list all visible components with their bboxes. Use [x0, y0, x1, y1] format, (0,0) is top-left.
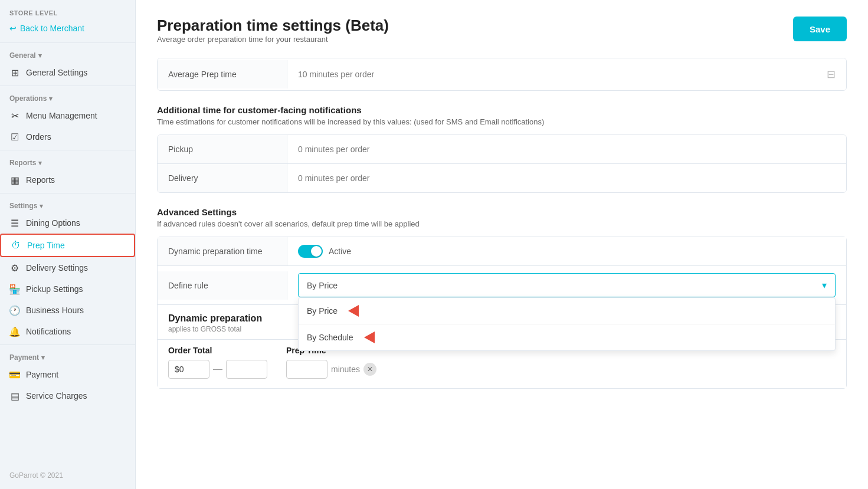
chevron-down-icon: ▾	[40, 202, 43, 210]
sidebar-item-service-charges[interactable]: ▤ Service Charges	[0, 385, 135, 406]
chevron-down-icon: ▾	[38, 159, 42, 167]
additional-section-title: Additional time for customer-facing noti…	[157, 105, 847, 115]
pickup-label: Pickup	[158, 135, 287, 163]
sidebar-item-orders[interactable]: ☑ Orders	[0, 126, 135, 147]
sidebar-item-label: Reports	[26, 175, 55, 185]
pickup-icon: 🏪	[9, 284, 20, 294]
sidebar-item-dining-options[interactable]: ☰ Dining Options	[0, 212, 135, 234]
main-content: Preparation time settings (Beta) Average…	[136, 0, 868, 489]
section-payment-label: Payment	[9, 353, 39, 362]
chart-icon: ▦	[9, 175, 20, 185]
bell-icon: 🔔	[9, 326, 20, 337]
sidebar-item-prep-time[interactable]: ⏱ Prep Time	[0, 234, 135, 257]
section-settings: Settings ▾	[0, 196, 135, 212]
delivery-value-text: 0 minutes per order	[298, 173, 369, 183]
avg-prep-row: Average Prep time 10 minutes per order ⊟	[158, 58, 846, 90]
page-header: Preparation time settings (Beta) Average…	[157, 17, 389, 54]
sidebar-item-menu-management[interactable]: ✂ Menu Management	[0, 105, 135, 126]
chevron-down-icon: ▾	[49, 95, 53, 103]
section-settings-label: Settings	[9, 202, 37, 210]
dynamic-prep-row: Dynamic preparation time Active	[158, 237, 846, 266]
arrow-by-schedule	[364, 332, 375, 343]
sidebar-item-label: Prep Time	[27, 241, 65, 250]
section-operations: Operations ▾	[0, 88, 135, 105]
chevron-down-icon: ▾	[38, 52, 42, 60]
sidebar-item-label: Delivery Settings	[26, 263, 88, 273]
order-total-input-group: —	[168, 360, 267, 379]
dash-separator: —	[213, 364, 222, 375]
sidebar-item-label: Menu Management	[26, 111, 97, 120]
active-label: Active	[329, 247, 351, 256]
sidebar-item-business-hours[interactable]: 🕐 Business Hours	[0, 300, 135, 321]
order-total-col: Order Total —	[168, 346, 267, 379]
dropdown-selected[interactable]: By Price ▾	[298, 273, 836, 297]
advanced-section-title: Advanced Settings	[157, 207, 847, 217]
sidebar-item-label: Orders	[26, 132, 51, 142]
section-reports-label: Reports	[9, 159, 36, 167]
clock-icon: ⏱	[11, 240, 21, 251]
dollar-input[interactable]	[168, 360, 209, 379]
sidebar-item-reports[interactable]: ▦ Reports	[0, 169, 135, 191]
pickup-value: 0 minutes per order	[287, 135, 846, 163]
sidebar-item-notifications[interactable]: 🔔 Notifications	[0, 321, 135, 342]
section-general: General ▾	[0, 45, 135, 62]
sidebar-item-label: General Settings	[26, 68, 87, 77]
range-input[interactable]	[226, 360, 267, 379]
delivery-label: Delivery	[158, 164, 287, 192]
chevron-down-icon: ▾	[822, 280, 827, 291]
save-button[interactable]: Save	[793, 17, 847, 41]
dynamic-prep-toggle[interactable]	[298, 245, 323, 258]
sidebar: Store Level ↩ Back to Merchant General ▾…	[0, 0, 136, 489]
chevron-down-icon: ▾	[41, 354, 45, 362]
advanced-table: Dynamic preparation time Active Define r…	[157, 237, 847, 389]
dynamic-prep-value: Active	[287, 238, 846, 265]
sidebar-item-pickup-settings[interactable]: 🏪 Pickup Settings	[0, 278, 135, 300]
delivery-value: 0 minutes per order	[287, 164, 846, 192]
sidebar-item-label: Dining Options	[26, 218, 80, 228]
additional-section-desc: Time estimations for customer notificati…	[157, 117, 847, 126]
define-rule-value: By Price ▾ By Price By Schedule	[287, 266, 846, 304]
dynamic-prep-label: Dynamic preparation time	[158, 237, 287, 265]
sidebar-item-label: Payment	[26, 370, 58, 379]
payment-icon: 💳	[9, 369, 20, 380]
sidebar-item-payment[interactable]: 💳 Payment	[0, 364, 135, 385]
dropdown-option-text: By Schedule	[307, 333, 353, 342]
advanced-section-desc: If advanced rules doesn't cover all scen…	[157, 219, 847, 228]
sidebar-item-label: Business Hours	[26, 306, 84, 315]
checkbox-icon: ☑	[9, 132, 20, 142]
table-icon: ▤	[9, 390, 20, 401]
define-rule-row: Define rule By Price ▾ By Price	[158, 266, 846, 305]
back-to-merchant[interactable]: ↩ Back to Merchant	[0, 19, 135, 40]
section-payment: Payment ▾	[0, 347, 135, 364]
minutes-label: minutes	[331, 365, 360, 374]
minutes-input[interactable]	[286, 360, 327, 379]
sidebar-item-delivery-settings[interactable]: ⚙ Delivery Settings	[0, 257, 135, 278]
scissors-icon: ✂	[9, 110, 20, 121]
list-icon: ☰	[9, 218, 20, 228]
prep-time-input-group: minutes ✕	[286, 360, 376, 379]
avg-prep-value-text: 10 minutes per order	[298, 70, 374, 79]
section-general-label: General	[9, 51, 36, 60]
remove-row-button[interactable]: ✕	[363, 363, 376, 376]
define-rule-dropdown[interactable]: By Price ▾ By Price By Schedule	[298, 273, 836, 297]
pickup-value-text: 0 minutes per order	[298, 145, 369, 154]
avg-prep-label: Average Prep time	[158, 60, 287, 88]
sidebar-item-label: Pickup Settings	[26, 284, 83, 294]
footer: GoParrot © 2021	[0, 462, 135, 489]
section-operations-label: Operations	[9, 94, 47, 103]
section-reports: Reports ▾	[0, 153, 135, 169]
avg-prep-value: 10 minutes per order ⊟	[287, 58, 846, 90]
define-rule-label: Define rule	[158, 271, 287, 300]
sidebar-item-label: Notifications	[26, 327, 71, 336]
back-arrow-icon: ↩	[9, 24, 17, 33]
sidebar-item-general-settings[interactable]: ⊞ General Settings	[0, 62, 135, 83]
dropdown-option-by-schedule[interactable]: By Schedule	[299, 324, 835, 350]
page-subtitle: Average order preparation time for your …	[157, 35, 389, 44]
dropdown-option-by-price[interactable]: By Price	[299, 298, 835, 324]
page-title: Preparation time settings (Beta)	[157, 17, 389, 35]
edit-icon[interactable]: ⊟	[827, 68, 836, 81]
notification-table: Pickup 0 minutes per order Delivery 0 mi…	[157, 134, 847, 193]
arrow-by-price	[348, 305, 359, 317]
delivery-icon: ⚙	[9, 262, 20, 273]
order-total-title: Order Total	[168, 346, 267, 355]
